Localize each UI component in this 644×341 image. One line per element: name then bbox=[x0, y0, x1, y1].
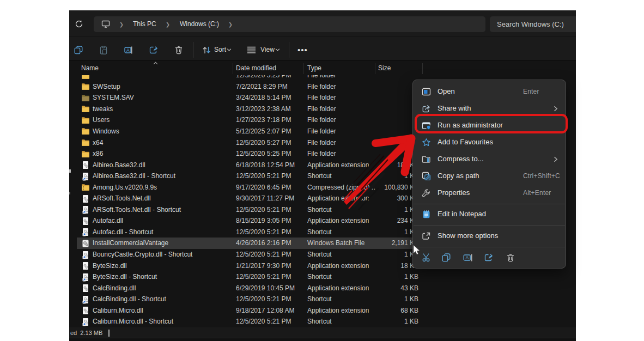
svg-text:A: A bbox=[126, 47, 130, 53]
svg-text:A: A bbox=[465, 255, 469, 260]
